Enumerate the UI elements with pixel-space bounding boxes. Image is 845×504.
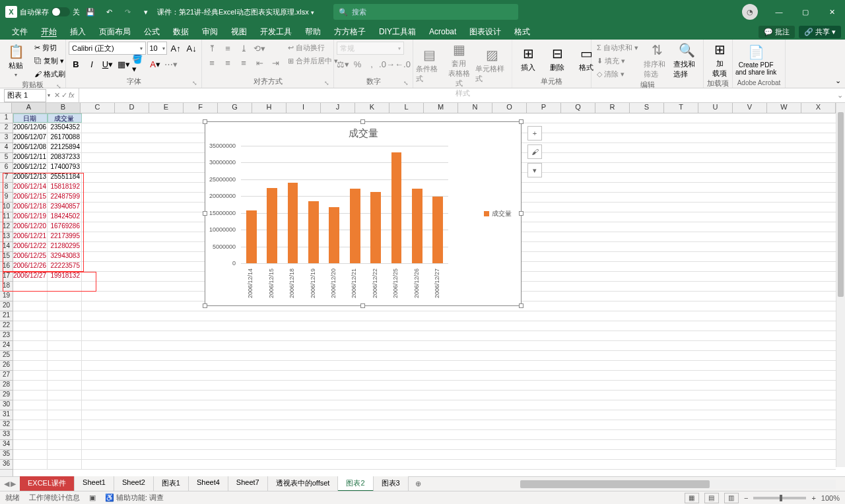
align-bottom-icon[interactable]: ⤓ bbox=[236, 42, 251, 55]
font-size-combo[interactable]: 10▾ bbox=[147, 42, 167, 55]
qat-more-icon[interactable]: ▾ bbox=[138, 4, 154, 20]
col-header[interactable]: M bbox=[424, 103, 458, 113]
expand-fx-icon[interactable]: ⌄ bbox=[834, 91, 845, 100]
status-macro-icon[interactable]: ▣ bbox=[89, 493, 96, 502]
col-header[interactable]: R bbox=[595, 103, 630, 113]
row-header[interactable]: 31 bbox=[0, 410, 13, 420]
bold-icon[interactable]: B bbox=[69, 57, 83, 71]
italic-icon[interactable]: I bbox=[84, 57, 99, 71]
row-header[interactable]: 24 bbox=[0, 341, 13, 351]
autosave-toggle[interactable]: 自动保存 关 bbox=[20, 7, 80, 17]
row-header[interactable]: 1 bbox=[0, 113, 13, 123]
col-header[interactable]: W bbox=[767, 103, 801, 113]
fill-button[interactable]: ⬇ 填充 ▾ bbox=[594, 55, 641, 67]
comma-icon[interactable]: , bbox=[365, 57, 378, 71]
col-header[interactable]: H bbox=[252, 103, 287, 113]
merge-center-button[interactable]: ⊞ 合并后居中 ▾ bbox=[285, 55, 341, 67]
redo-icon[interactable]: ↷ bbox=[119, 4, 135, 20]
row-header[interactable]: 6 bbox=[0, 163, 13, 173]
chart-legend[interactable]: 成交量 bbox=[484, 209, 512, 218]
paste-button[interactable]: 📋粘贴▾ bbox=[3, 42, 29, 80]
row-header[interactable]: 2 bbox=[0, 123, 13, 133]
chart-bar[interactable] bbox=[308, 201, 319, 263]
data-cell[interactable]: 19918132 bbox=[48, 272, 82, 281]
cell-styles-button[interactable]: ▨单元格样式 bbox=[475, 42, 509, 88]
data-cell[interactable]: 16769286 bbox=[48, 222, 82, 232]
data-cell[interactable]: 2006/12/08 bbox=[13, 143, 48, 152]
zoom-level[interactable]: 100% bbox=[821, 494, 840, 502]
copy-button[interactable]: ⿻ 复制 ▾ bbox=[32, 55, 68, 67]
fx-icon[interactable]: fx bbox=[69, 91, 75, 100]
data-cell[interactable]: 2006/12/26 bbox=[13, 262, 48, 271]
percent-icon[interactable]: % bbox=[351, 57, 364, 71]
col-header[interactable]: X bbox=[801, 103, 836, 113]
data-cell[interactable]: 22173995 bbox=[48, 232, 82, 241]
col-header[interactable]: G bbox=[218, 103, 252, 113]
col-header[interactable]: I bbox=[287, 103, 321, 113]
tab-review[interactable]: 审阅 bbox=[195, 24, 224, 40]
align-top-icon[interactable]: ⤒ bbox=[205, 42, 219, 55]
chart-bar[interactable] bbox=[412, 189, 422, 263]
tab-fanggezi[interactable]: 方方格子 bbox=[327, 24, 372, 40]
row-header[interactable]: 17 bbox=[0, 272, 13, 282]
col-header[interactable]: N bbox=[458, 103, 492, 113]
worksheet-grid[interactable]: ABCDEFGHIJKLMNOPQRSTUVWX 123456789101112… bbox=[0, 103, 845, 476]
col-header[interactable]: E bbox=[149, 103, 184, 113]
data-cell[interactable]: 2006/12/06 bbox=[13, 123, 48, 133]
tab-acrobat[interactable]: Acrobat bbox=[422, 24, 463, 40]
align-center-icon[interactable]: ≡ bbox=[220, 56, 235, 69]
col-header[interactable]: U bbox=[698, 103, 733, 113]
number-format-combo[interactable]: 常规▾ bbox=[337, 42, 404, 55]
row-header[interactable]: 18 bbox=[0, 282, 13, 292]
sheet-tab[interactable]: Sheet7 bbox=[228, 476, 268, 491]
select-all-corner[interactable] bbox=[0, 103, 12, 113]
sheet-tab[interactable]: 图表3 bbox=[374, 476, 409, 491]
find-select-button[interactable]: 🔍查找和选择 bbox=[673, 42, 700, 80]
row-header[interactable]: 8 bbox=[0, 183, 13, 193]
sort-filter-button[interactable]: ⇅排序和筛选 bbox=[644, 42, 671, 80]
col-header[interactable]: C bbox=[81, 103, 115, 113]
data-cell[interactable]: 2006/12/19 bbox=[13, 212, 48, 222]
format-painter-button[interactable]: 🖌 格式刷 bbox=[32, 68, 68, 80]
zoom-out-icon[interactable]: − bbox=[744, 494, 748, 502]
col-header[interactable]: J bbox=[321, 103, 355, 113]
clipboard-launcher-icon[interactable]: ⤡ bbox=[56, 83, 61, 90]
data-cell[interactable]: 2006/12/22 bbox=[13, 242, 48, 251]
row-header[interactable]: 11 bbox=[0, 212, 13, 222]
sheet-tab[interactable]: 图表1 bbox=[154, 476, 189, 491]
row-header[interactable]: 29 bbox=[0, 391, 13, 400]
col-header[interactable]: L bbox=[389, 103, 424, 113]
data-cell[interactable]: 2006/12/20 bbox=[13, 222, 48, 232]
row-header[interactable]: 23 bbox=[0, 331, 13, 341]
add-sheet-icon[interactable]: ⊕ bbox=[409, 478, 428, 490]
tab-developer[interactable]: 开发工具 bbox=[254, 24, 298, 40]
data-cell[interactable]: 23940857 bbox=[48, 203, 82, 212]
indent-inc-icon[interactable]: ⇥ bbox=[268, 56, 283, 69]
data-cell[interactable]: 2006/12/12 bbox=[13, 163, 48, 172]
tab-pagelayout[interactable]: 页面布局 bbox=[92, 24, 137, 40]
zoom-slider[interactable] bbox=[753, 497, 806, 499]
data-cell[interactable]: 15818192 bbox=[48, 183, 82, 192]
sheet-tab[interactable]: 图表2 bbox=[338, 476, 373, 491]
chart-plot-area[interactable] bbox=[241, 146, 448, 263]
table-format-button[interactable]: ▦套用 表格格式 bbox=[446, 42, 473, 88]
data-cell[interactable]: 2006/12/15 bbox=[13, 193, 48, 202]
align-left-icon[interactable]: ≡ bbox=[205, 56, 219, 69]
insert-cells-button[interactable]: ⊞插入 bbox=[515, 42, 541, 77]
font-launcher-icon[interactable]: ⤡ bbox=[192, 80, 197, 86]
row-header[interactable]: 14 bbox=[0, 242, 13, 252]
tab-chartdesign[interactable]: 图表设计 bbox=[463, 24, 508, 40]
chart-elements-icon[interactable]: + bbox=[527, 126, 542, 141]
data-cell[interactable]: 25551184 bbox=[48, 173, 82, 182]
row-header[interactable]: 13 bbox=[0, 232, 13, 242]
chart-bar[interactable] bbox=[246, 210, 257, 263]
sheet-tab[interactable]: EXCEL课件 bbox=[20, 476, 75, 491]
row-header[interactable]: 34 bbox=[0, 440, 13, 450]
vertical-scrollbar[interactable] bbox=[836, 103, 845, 467]
row-header[interactable]: 15 bbox=[0, 252, 13, 262]
align-right-icon[interactable]: ≡ bbox=[236, 56, 251, 69]
data-cell[interactable]: 22487599 bbox=[48, 193, 82, 202]
fill-color-icon[interactable]: 🪣▾ bbox=[132, 57, 147, 71]
underline-icon[interactable]: U▾ bbox=[100, 57, 115, 71]
header-cell[interactable]: 日期 bbox=[13, 113, 48, 123]
